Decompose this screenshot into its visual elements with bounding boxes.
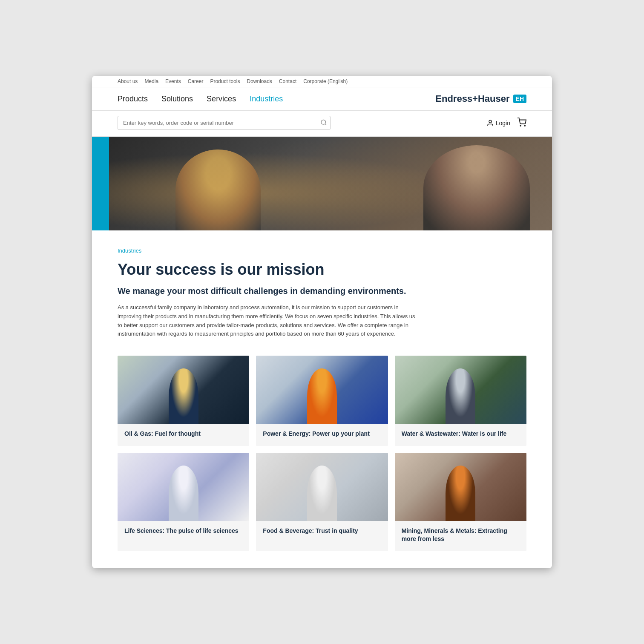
util-link-career[interactable]: Career bbox=[188, 78, 204, 84]
hero-worker-right bbox=[423, 145, 530, 230]
svg-point-0 bbox=[321, 120, 326, 124]
utility-bar: About us Media Events Career Product too… bbox=[92, 76, 552, 87]
nav-actions: Login bbox=[486, 118, 526, 128]
worker-mining bbox=[446, 466, 475, 521]
search-bar-area: Login bbox=[92, 111, 552, 137]
worker-life-sciences bbox=[169, 466, 198, 521]
hero-image bbox=[92, 137, 552, 230]
nav-products[interactable]: Products bbox=[118, 95, 148, 104]
industry-card-power-energy[interactable]: Power & Energy: Power up your plant bbox=[256, 356, 388, 446]
util-link-media[interactable]: Media bbox=[144, 78, 158, 84]
nav-solutions[interactable]: Solutions bbox=[161, 95, 193, 104]
industry-card-mining[interactable]: Mining, Minerals & Metals: Extracting mo… bbox=[395, 453, 526, 551]
util-link-corporate[interactable]: Corporate (English) bbox=[303, 78, 348, 84]
util-link-contact[interactable]: Contact bbox=[279, 78, 296, 84]
util-link-downloads[interactable]: Downloads bbox=[247, 78, 272, 84]
card-image-life-sciences bbox=[118, 453, 249, 521]
util-link-about[interactable]: About us bbox=[118, 78, 138, 84]
card-image-oil-gas bbox=[118, 356, 249, 424]
industry-card-water-wastewater[interactable]: Water & Wastewater: Water is our life bbox=[395, 356, 526, 446]
card-label-life-sciences: Life Sciences: The pulse of life science… bbox=[118, 521, 249, 543]
page-title: Your success is our mission bbox=[118, 261, 526, 279]
card-label-mining: Mining, Minerals & Metals: Extracting mo… bbox=[395, 521, 526, 551]
cart-button[interactable] bbox=[517, 118, 526, 128]
industry-card-oil-gas[interactable]: Oil & Gas: Fuel for thought bbox=[118, 356, 249, 446]
worker-power-energy bbox=[307, 368, 337, 424]
util-link-product-tools[interactable]: Product tools bbox=[210, 78, 240, 84]
hero-background bbox=[109, 137, 552, 230]
page-subtitle: We manage your most difficult challenges… bbox=[118, 285, 526, 296]
search-button[interactable] bbox=[320, 119, 327, 127]
card-image-power-energy bbox=[256, 356, 388, 424]
worker-food-beverage bbox=[307, 466, 337, 521]
industry-card-food-beverage[interactable]: Food & Beverage: Trust in quality bbox=[256, 453, 388, 551]
industry-grid: Oil & Gas: Fuel for thought Power & Ener… bbox=[118, 356, 526, 551]
logo-badge: EH bbox=[513, 95, 526, 103]
util-link-events[interactable]: Events bbox=[165, 78, 181, 84]
svg-point-3 bbox=[520, 125, 521, 126]
content-area: Industries Your success is our mission W… bbox=[92, 230, 552, 568]
svg-point-2 bbox=[489, 120, 492, 123]
search-input-wrap bbox=[118, 116, 331, 130]
nav-services[interactable]: Services bbox=[207, 95, 236, 104]
worker-water-wastewater bbox=[446, 368, 475, 424]
logo-text: Endress+Hauser bbox=[435, 93, 509, 104]
nav-links: Products Solutions Services Industries bbox=[118, 95, 283, 104]
worker-oil-gas bbox=[169, 368, 198, 424]
hero-left-bar bbox=[92, 137, 109, 230]
login-button[interactable]: Login bbox=[486, 119, 510, 127]
browser-frame: About us Media Events Career Product too… bbox=[92, 76, 552, 568]
breadcrumb: Industries bbox=[118, 247, 526, 254]
nav-industries[interactable]: Industries bbox=[250, 95, 283, 104]
card-label-food-beverage: Food & Beverage: Trust in quality bbox=[256, 521, 388, 543]
login-label: Login bbox=[496, 120, 510, 126]
card-image-water-wastewater bbox=[395, 356, 526, 424]
card-image-mining bbox=[395, 453, 526, 521]
hero-worker-left bbox=[175, 150, 261, 230]
card-label-oil-gas: Oil & Gas: Fuel for thought bbox=[118, 424, 249, 446]
svg-line-1 bbox=[325, 124, 326, 125]
svg-point-4 bbox=[524, 125, 525, 126]
card-image-food-beverage bbox=[256, 453, 388, 521]
card-label-water-wastewater: Water & Wastewater: Water is our life bbox=[395, 424, 526, 446]
page-description: As a successful family company in labora… bbox=[118, 303, 416, 339]
industry-card-life-sciences[interactable]: Life Sciences: The pulse of life science… bbox=[118, 453, 249, 551]
search-input[interactable] bbox=[118, 116, 331, 130]
logo-area: Endress+Hauser EH bbox=[435, 93, 526, 104]
main-nav: Products Solutions Services Industries E… bbox=[92, 87, 552, 111]
card-label-power-energy: Power & Energy: Power up your plant bbox=[256, 424, 388, 446]
